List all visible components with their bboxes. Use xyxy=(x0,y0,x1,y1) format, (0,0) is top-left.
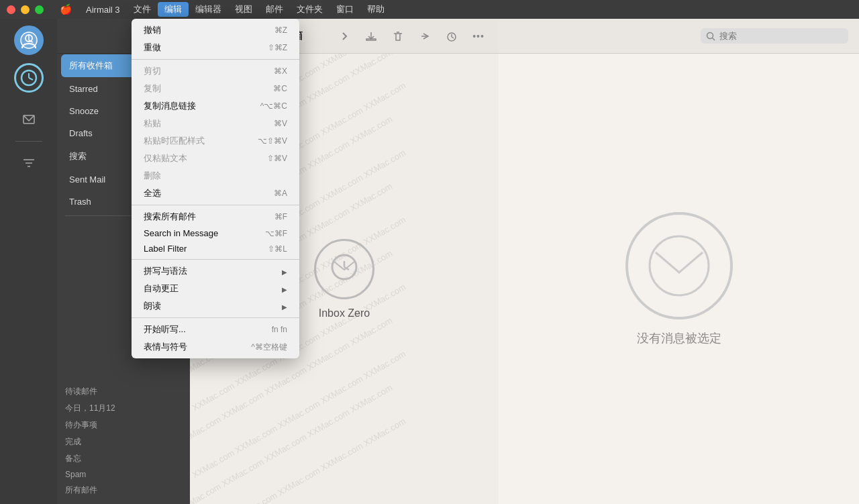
inbox-zero-label: Inbox Zero xyxy=(319,307,370,319)
search-icon xyxy=(706,32,715,41)
sidebar-divider-1 xyxy=(15,141,42,142)
menu-sep-2 xyxy=(132,205,299,205)
filter-icon[interactable] xyxy=(14,148,44,178)
bottom-unread[interactable]: 待读邮件 xyxy=(57,383,190,400)
nav-back-button[interactable] xyxy=(335,27,354,46)
svg-point-22 xyxy=(650,236,709,295)
detail-content: 没有消息被选定 xyxy=(499,54,859,504)
sidebar xyxy=(0,19,57,504)
bottom-notes[interactable]: 备忘 xyxy=(57,450,190,467)
menu-undo[interactable]: 撤销 ⌘Z xyxy=(133,21,298,39)
inbox-zero-icon xyxy=(314,239,374,299)
menu-window[interactable]: 窗口 xyxy=(330,2,360,17)
forward-button[interactable] xyxy=(415,27,434,46)
menu-search-all[interactable]: 搜索所有邮件 ⌘F xyxy=(133,208,298,225)
titlebar: 🍎 Airmail 3 文件 编辑 编辑器 视图 邮件 文件夹 窗口 帮助 xyxy=(0,0,859,19)
bottom-done[interactable]: 完成 xyxy=(57,434,190,450)
detail-toolbar xyxy=(499,19,859,54)
menu-delete[interactable]: 删除 xyxy=(133,167,298,185)
menu-search-message[interactable]: Search in Message ⌥⌘F xyxy=(133,225,298,241)
menu-sep-4 xyxy=(132,317,299,318)
menu-speech[interactable]: 朗读 xyxy=(133,297,298,315)
no-message-label: 没有消息被选定 xyxy=(637,330,721,346)
minimize-button[interactable] xyxy=(21,5,30,14)
menu-file[interactable]: 文件 xyxy=(127,2,158,17)
menu-copy-link[interactable]: 复制消息链接 ^⌥⌘C xyxy=(133,97,298,115)
menu-autocorrect[interactable]: 自动更正 xyxy=(133,280,298,297)
menu-copy[interactable]: 复制 ⌘C xyxy=(133,80,298,97)
no-message-icon xyxy=(625,212,733,319)
menu-sep-1 xyxy=(132,59,299,60)
menu-label-filter[interactable]: Label Filter ⇧⌘L xyxy=(133,241,298,256)
menu-paste[interactable]: 粘贴 ⌘V xyxy=(133,115,298,132)
folder-bottom: 待读邮件 今日，11月12 待办事项 完成 备忘 Spam 所有邮件 xyxy=(57,378,190,504)
search-bar[interactable] xyxy=(701,28,848,44)
traffic-lights xyxy=(7,5,44,14)
menu-help[interactable]: 帮助 xyxy=(360,2,391,17)
menu-paste-match[interactable]: 粘贴时匹配样式 ⌥⇧⌘V xyxy=(133,132,298,150)
menu-sep-3 xyxy=(132,259,299,260)
svg-line-6 xyxy=(29,78,33,80)
bottom-spam[interactable]: Spam xyxy=(57,467,190,482)
close-button[interactable] xyxy=(7,5,15,14)
trash-button[interactable] xyxy=(389,27,407,46)
menu-edit[interactable]: 编辑 xyxy=(158,2,189,17)
sidebar-icons xyxy=(14,105,44,178)
compose-icon[interactable] xyxy=(14,105,44,134)
maximize-button[interactable] xyxy=(35,5,44,14)
menu-app-name[interactable]: Airmail 3 xyxy=(79,3,127,16)
menu-dictation[interactable]: 开始听写... fn fn xyxy=(133,321,298,338)
main-layout: 所有收件箱 Starred Snooze Drafts 搜索 Sent Mail… xyxy=(0,19,859,504)
menu-view[interactable]: 视图 xyxy=(228,2,259,17)
menu-cut[interactable]: 剪切 ⌘X xyxy=(133,62,298,80)
clock-icon[interactable] xyxy=(14,63,44,93)
menu-spelling[interactable]: 拼写与语法 xyxy=(133,262,298,280)
avatar[interactable] xyxy=(14,26,44,55)
menu-redo[interactable]: 重做 ⇧⌘Z xyxy=(133,39,298,56)
svg-line-21 xyxy=(713,38,715,40)
menu-bar: 🍎 Airmail 3 文件 编辑 编辑器 视图 邮件 文件夹 窗口 帮助 xyxy=(53,2,852,17)
menu-emoji[interactable]: 表情与符号 ^⌘空格键 xyxy=(133,338,298,356)
menu-folder[interactable]: 文件夹 xyxy=(290,2,330,17)
bottom-today[interactable]: 今日，11月12 xyxy=(57,400,190,417)
svg-point-20 xyxy=(707,32,713,38)
bottom-todo[interactable]: 待办事项 xyxy=(57,417,190,434)
apple-logo[interactable]: 🍎 xyxy=(53,3,79,15)
menu-paste-text[interactable]: 仅粘贴文本 ⇧⌘V xyxy=(133,150,298,167)
download-button[interactable] xyxy=(362,27,381,46)
search-input[interactable] xyxy=(719,31,840,41)
menu-editor[interactable]: 编辑器 xyxy=(189,2,228,17)
edit-menu-dropdown: 撤销 ⌘Z 重做 ⇧⌘Z 剪切 ⌘X 复制 ⌘C 复制消息链接 ^⌥⌘C 粘贴 … xyxy=(132,19,299,358)
svg-line-16 xyxy=(452,37,454,38)
bottom-all-mail[interactable]: 所有邮件 xyxy=(57,482,190,499)
menu-mail[interactable]: 邮件 xyxy=(259,2,290,17)
menu-select-all[interactable]: 全选 ⌘A xyxy=(133,185,298,202)
detail-panel: 没有消息被选定 xyxy=(499,19,859,504)
more-button[interactable]: ••• xyxy=(469,27,488,46)
snooze-button[interactable] xyxy=(442,27,461,46)
